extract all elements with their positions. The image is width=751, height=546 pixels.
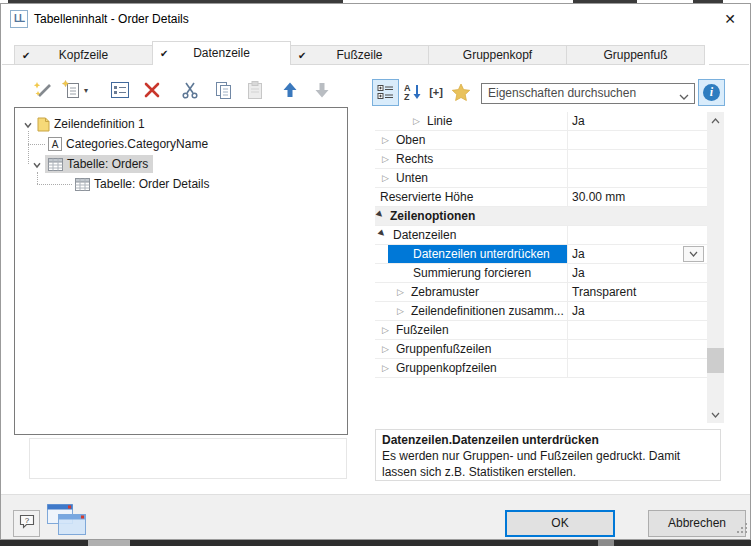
expander-collapsed-icon[interactable]: ▷ [382, 321, 389, 339]
property-row[interactable]: ▷Fußzeilen [375, 321, 707, 340]
new-line-icon[interactable] [61, 79, 83, 101]
expander-collapsed-icon[interactable]: ▷ [382, 359, 389, 377]
property-name-cell[interactable]: ▶Zeilenoptionen [375, 207, 567, 225]
tree-item[interactable]: Zeilendefinition 1 [15, 115, 347, 133]
property-row[interactable]: ▶Datenzeilen [375, 226, 707, 245]
property-value-cell[interactable]: Ja [567, 112, 707, 130]
property-name-cell[interactable]: Datenzeilen unterdrücken [375, 245, 567, 263]
tree-item[interactable]: ACategories.CategoryName [15, 135, 347, 153]
tree-item-selected[interactable]: Tabelle: Orders [45, 155, 153, 173]
property-row[interactable]: ▷Zeilendefinitionen zusamm...Ja [375, 302, 707, 321]
paste-icon[interactable] [244, 79, 266, 101]
property-name-cell[interactable]: ▷Fußzeilen [375, 321, 567, 339]
property-value-cell[interactable]: Transparent [567, 283, 707, 301]
property-row[interactable]: Summierung forcierenJa [375, 264, 707, 283]
property-value-cell[interactable] [567, 131, 707, 149]
expand-all-icon[interactable]: [+] [424, 82, 448, 102]
tab-datenzeile[interactable]: ✔Datenzeile [152, 41, 291, 65]
expander-collapsed-icon[interactable]: ▷ [397, 302, 404, 320]
tab-gruppenkopf[interactable]: Gruppenkopf [428, 45, 567, 65]
new-line-dropdown-caret[interactable]: ▾ [84, 86, 88, 95]
scrollbar-thumb[interactable] [707, 348, 724, 373]
property-name-cell[interactable]: ▶Datenzeilen [375, 226, 567, 244]
tree-expander-chevron-icon[interactable] [32, 159, 42, 173]
property-value-cell[interactable] [567, 359, 707, 377]
tree-item[interactable]: Tabelle: Orders [15, 155, 347, 173]
expander-collapsed-icon[interactable]: ▷ [382, 340, 389, 358]
cascade-windows-icon[interactable] [46, 503, 88, 540]
property-value-cell[interactable] [567, 226, 707, 244]
sort-az-icon[interactable]: AZ [402, 80, 424, 104]
property-name-cell[interactable]: ▷Unten [375, 169, 567, 187]
table-icon [48, 158, 63, 171]
expander-expanded-icon[interactable]: ▶ [377, 228, 388, 239]
property-row[interactable]: ▷Oben [375, 131, 707, 150]
expander-expanded-icon[interactable]: ▶ [375, 209, 385, 220]
tab-fusszeile[interactable]: ✔Fußzeile [290, 45, 429, 65]
property-value-cell[interactable]: 30.00 mm [567, 188, 707, 206]
help-button[interactable]: ? [13, 510, 40, 537]
tab-gruppenfuss[interactable]: Gruppenfuß [566, 45, 705, 65]
close-button[interactable]: ✕ [712, 4, 748, 34]
app-icon-ll: LL [10, 10, 28, 28]
property-search-combobox[interactable]: Eigenschaften durchsuchen [481, 83, 695, 104]
property-row[interactable]: ▷LinieJa [375, 112, 707, 131]
tree-item-content[interactable]: Tabelle: Order Details [72, 175, 214, 193]
categorized-view-icon[interactable] [372, 79, 399, 106]
property-name-cell[interactable]: ▷Zebramuster [375, 283, 567, 301]
property-row[interactable]: ▶Zeilenoptionen [375, 207, 707, 226]
expander-collapsed-icon[interactable]: ▷ [397, 283, 404, 301]
property-value-cell[interactable] [567, 207, 707, 225]
expander-collapsed-icon[interactable]: ▷ [382, 150, 389, 168]
cut-icon[interactable] [179, 79, 201, 101]
property-value-cell[interactable]: Ja [567, 302, 707, 320]
property-name-cell[interactable]: ▷Gruppenkopfzeilen [375, 359, 567, 377]
expander-collapsed-icon[interactable]: ▷ [382, 131, 389, 149]
chevron-down-icon [679, 90, 689, 104]
tab-kopfzeile[interactable]: ✔Kopfzeile [14, 45, 153, 65]
property-name-cell[interactable]: ▷Gruppenfußzeilen [375, 340, 567, 358]
tree-item-content[interactable]: Zeilendefinition 1 [34, 115, 150, 133]
background-bleed-bottom [88, 540, 130, 546]
property-value-cell[interactable]: Ja [567, 245, 707, 263]
property-name-cell[interactable]: ▷Rechts [375, 150, 567, 168]
property-row[interactable]: ▷Unten [375, 169, 707, 188]
expander-collapsed-icon[interactable]: ▷ [413, 112, 420, 130]
info-icon[interactable]: i [698, 79, 725, 106]
property-name: Reservierte Höhe [380, 188, 473, 206]
copy-icon[interactable] [212, 79, 234, 101]
property-row[interactable]: ▷Gruppenfußzeilen [375, 340, 707, 359]
property-row[interactable]: Reservierte Höhe30.00 mm [375, 188, 707, 207]
tree-item-content[interactable]: ACategories.CategoryName [45, 135, 213, 153]
resize-grip[interactable] [736, 522, 748, 537]
properties-icon[interactable] [109, 79, 131, 101]
ok-button[interactable]: OK [505, 510, 615, 537]
property-row[interactable]: Datenzeilen unterdrückenJa [375, 245, 707, 264]
cancel-button[interactable]: Abbrechen [648, 510, 746, 537]
property-name-cell[interactable]: Reservierte Höhe [375, 188, 567, 206]
property-value-cell[interactable] [567, 169, 707, 187]
value-dropdown-button[interactable] [683, 246, 704, 262]
dialog-tabelleninhalt: LL Tabelleninhalt - Order Details ✕ ✔Kop… [0, 3, 751, 540]
property-name-cell[interactable]: Summierung forcieren [375, 264, 567, 282]
scroll-up-arrow[interactable] [707, 112, 724, 129]
property-name-cell[interactable]: ▷Linie [375, 112, 567, 130]
property-row[interactable]: ▷ZebramusterTransparent [375, 283, 707, 302]
move-down-icon[interactable] [311, 79, 333, 101]
wizard-icon[interactable] [32, 79, 54, 101]
property-name-cell[interactable]: ▷Oben [375, 131, 567, 149]
property-value-cell[interactable] [567, 321, 707, 339]
property-value-cell[interactable] [567, 340, 707, 358]
tree-item-label: Zeilendefinition 1 [54, 117, 145, 131]
move-up-icon[interactable] [279, 79, 301, 101]
property-value-cell[interactable]: Ja [567, 264, 707, 282]
scroll-down-arrow[interactable] [707, 406, 724, 423]
property-row[interactable]: ▷Gruppenkopfzeilen [375, 359, 707, 378]
expander-collapsed-icon[interactable]: ▷ [382, 169, 389, 187]
property-name-cell[interactable]: ▷Zeilendefinitionen zusamm... [375, 302, 567, 320]
property-row[interactable]: ▷Rechts [375, 150, 707, 169]
favorites-star-icon[interactable] [449, 80, 473, 104]
property-value-cell[interactable] [567, 150, 707, 168]
scrollbar[interactable] [707, 112, 724, 423]
delete-icon[interactable] [141, 79, 163, 101]
